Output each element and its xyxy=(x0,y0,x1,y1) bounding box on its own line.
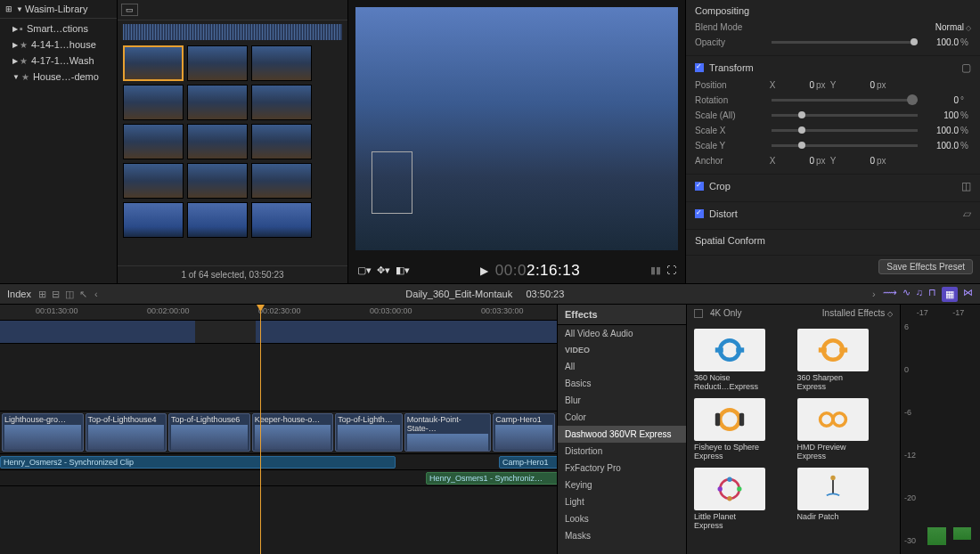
view-options-icon[interactable]: ▢▾ xyxy=(357,265,372,276)
effect-category[interactable]: Light xyxy=(558,493,686,510)
scale-x-slider[interactable] xyxy=(772,129,918,132)
clip-thumbnail[interactable] xyxy=(251,163,312,199)
effect-category[interactable]: Dashwood 360VR Express xyxy=(558,426,686,443)
audio-clip[interactable]: Henry_Osmers1 - Synchroniz… xyxy=(426,472,557,485)
play-button[interactable]: ▶ xyxy=(480,265,488,277)
audio-clip[interactable]: Camp-Hero1 xyxy=(499,456,557,468)
installed-effects-select[interactable]: Installed Effects ◇ xyxy=(822,308,893,318)
layout2-icon[interactable]: ⊟ xyxy=(52,289,60,300)
effects-browser-icon[interactable]: ▦ xyxy=(942,287,958,302)
save-effects-preset-button[interactable]: Save Effects Preset xyxy=(878,259,973,274)
timeline-clip[interactable]: Top-of-Lighth… xyxy=(335,413,403,452)
snap-icon[interactable]: ⊓ xyxy=(928,287,936,302)
effect-category[interactable]: VIDEO xyxy=(558,342,686,358)
prev-edit-icon[interactable]: ‹ xyxy=(94,289,98,299)
blend-mode-select[interactable]: Normal◇ xyxy=(935,22,971,32)
index-button[interactable]: Index xyxy=(7,289,31,299)
browser-item[interactable]: ▶▪Smart…ctions xyxy=(0,20,117,37)
clip-thumbnail[interactable] xyxy=(187,45,248,81)
effect-item[interactable]: 360 Sharpen Express xyxy=(797,329,894,391)
filmstrip-icon[interactable]: ▭ xyxy=(121,4,138,16)
browser-item[interactable]: ▼★House…-demo xyxy=(0,69,117,85)
timeline-clip[interactable]: Keeper-house-o… xyxy=(252,413,334,452)
skimming-icon[interactable]: ⟿ xyxy=(883,287,897,302)
clip-status: 1 of 64 selected, 03:50:23 xyxy=(118,265,347,283)
clip-thumbnail[interactable] xyxy=(187,202,248,238)
audio-clip[interactable]: Henry_Osmers2 - Synchronized Clip xyxy=(0,456,396,468)
clip-thumbnail[interactable] xyxy=(123,124,184,159)
browser-item[interactable]: ▶★4-14-1…house xyxy=(0,37,117,53)
transform-header[interactable]: Transform▢ xyxy=(695,61,971,74)
opacity-label: Opacity xyxy=(695,37,766,47)
opacity-slider[interactable] xyxy=(772,41,918,44)
clip-thumbnail[interactable] xyxy=(187,163,248,199)
clip-thumbnail[interactable] xyxy=(187,124,248,159)
opacity-value[interactable]: 100.0 xyxy=(923,37,959,47)
clip-thumbnail[interactable] xyxy=(123,202,184,238)
clip-thumbnail[interactable] xyxy=(123,85,184,120)
scale-y-slider[interactable] xyxy=(772,144,918,147)
4k-only-checkbox[interactable] xyxy=(694,309,703,318)
color-tool-icon[interactable]: ◧▾ xyxy=(396,265,410,276)
ruler-tick: 00:01:30:00 xyxy=(36,306,78,315)
browser-item[interactable]: ▶★4-17-1…Wash xyxy=(0,53,117,69)
effect-category[interactable]: Color xyxy=(558,409,686,426)
clip-thumbnail[interactable] xyxy=(251,202,312,238)
video-track[interactable]: Lighthouse-gro…Top-of-Lighthouse4Top-of-… xyxy=(0,411,557,454)
clip-thumbnail[interactable] xyxy=(251,124,312,159)
timeline-clip[interactable]: Top-of-Lighthouse4 xyxy=(86,413,167,452)
effect-category[interactable]: Looks xyxy=(558,510,686,527)
effect-item[interactable]: Nadir Patch xyxy=(797,468,894,530)
layout-icon[interactable]: ⊞ xyxy=(38,289,46,300)
playhead[interactable] xyxy=(260,305,261,554)
clip-thumbnail[interactable] xyxy=(123,45,184,81)
effect-category[interactable]: Blur xyxy=(558,392,686,409)
effect-category[interactable]: All xyxy=(558,358,686,375)
effect-category[interactable]: Keying xyxy=(558,477,686,493)
viewer-canvas[interactable] xyxy=(355,7,678,250)
effect-item[interactable]: Little Planet Express xyxy=(694,468,790,530)
spatial-conform-header: Spatial Conform xyxy=(695,235,971,246)
clip-grid[interactable] xyxy=(118,40,347,265)
rotation-dial[interactable] xyxy=(772,99,918,102)
timeline-ruler[interactable]: 00:01:30:0000:02:00:0000:02:30:0000:03:0… xyxy=(0,305,557,321)
svg-rect-2 xyxy=(736,347,744,352)
pos-x[interactable]: 0 xyxy=(779,80,814,90)
audio-skim-icon[interactable]: ∿ xyxy=(902,287,911,302)
next-edit-icon[interactable]: › xyxy=(872,289,876,299)
clip-thumbnail[interactable] xyxy=(251,45,312,81)
solo-icon[interactable]: ♫ xyxy=(916,287,923,302)
effect-category[interactable]: FxFactory Pro xyxy=(558,460,686,477)
clip-thumbnail[interactable] xyxy=(123,163,184,199)
pos-y[interactable]: 0 xyxy=(839,80,875,90)
library-header[interactable]: ⊞ ▼ Wasim-Library xyxy=(0,0,117,19)
timeline-clip[interactable]: Camp-Hero1 xyxy=(493,413,555,452)
timeline-clip[interactable]: Montauk-Point-State-… xyxy=(404,413,492,452)
distort-header[interactable]: Distort▱ xyxy=(695,208,971,220)
effect-category[interactable]: Masks xyxy=(558,527,686,544)
effect-item[interactable]: HMD Preview Express xyxy=(797,398,894,460)
effect-category[interactable]: Distortion xyxy=(558,443,686,460)
transform-tool-icon[interactable]: ✥▾ xyxy=(377,265,390,276)
audio-track-2[interactable]: Henry_Osmers1 - Synchroniz… xyxy=(0,470,557,486)
effect-item[interactable]: 360 Noise Reducti…Express xyxy=(694,329,790,391)
clip-thumbnail[interactable] xyxy=(251,85,312,120)
crop-header[interactable]: Crop◫ xyxy=(695,180,971,192)
effect-category[interactable]: All Video & Audio xyxy=(558,325,686,342)
audio-meters: -17-17 60-6-12-20-30 xyxy=(900,305,980,554)
timeline-clip[interactable]: Lighthouse-gro… xyxy=(2,413,84,452)
scale-all-slider[interactable] xyxy=(772,114,918,117)
trim-icon[interactable]: ◫ xyxy=(65,289,74,300)
transitions-icon[interactable]: ⋈ xyxy=(963,287,973,302)
library-name: Wasim-Library xyxy=(25,4,88,14)
clip-thumbnail[interactable] xyxy=(187,85,248,120)
loop-icon[interactable]: ▮▮ xyxy=(650,265,661,276)
fullscreen-icon[interactable]: ⛶ xyxy=(666,265,676,276)
timeline-clip[interactable]: Top-of-Lighthouse6 xyxy=(168,413,250,452)
viewer-timecode: 00:02:16:13 xyxy=(495,261,580,280)
audio-track-1[interactable]: Henry_Osmers2 - Synchronized ClipCamp-He… xyxy=(0,454,557,470)
arrow-tool-icon[interactable]: ↖ xyxy=(79,289,87,300)
timeline[interactable]: 00:01:30:0000:02:00:0000:02:30:0000:03:0… xyxy=(0,305,557,554)
effect-item[interactable]: Fisheye to Sphere Express xyxy=(694,398,790,460)
effect-category[interactable]: Basics xyxy=(558,375,686,392)
